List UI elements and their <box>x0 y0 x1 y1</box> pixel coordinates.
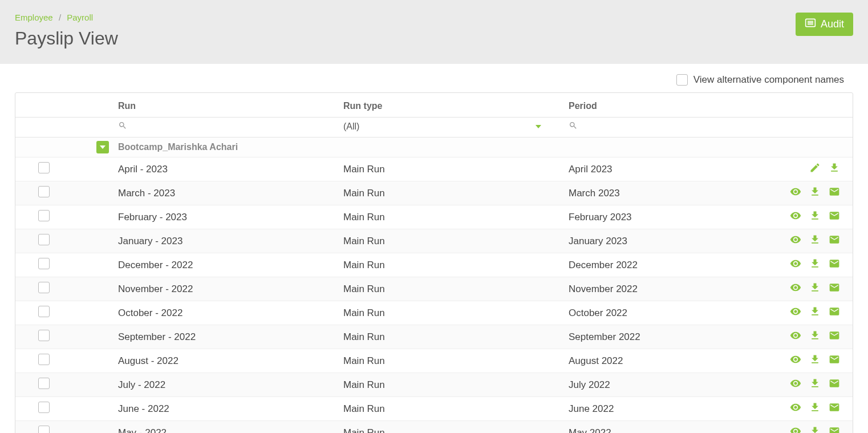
header-period[interactable]: Period <box>563 93 773 118</box>
group-name: Bootcamp_Marishka Achari <box>112 137 853 157</box>
header-run-type[interactable]: Run type <box>338 93 563 118</box>
download-icon[interactable] <box>809 378 821 389</box>
mail-icon[interactable] <box>829 306 840 317</box>
download-icon[interactable] <box>809 282 821 293</box>
options-row: View alternative component names <box>0 64 868 92</box>
run-type-cell: Main Run <box>338 373 563 397</box>
run-cell: August - 2022 <box>112 349 338 373</box>
mail-icon[interactable] <box>829 402 840 413</box>
actions-cell <box>773 253 853 277</box>
row-checkbox[interactable] <box>38 234 50 245</box>
view-icon[interactable] <box>790 210 801 221</box>
payslip-table-wrap: Run Run type Period (All) <box>15 92 853 433</box>
breadcrumb: Employee / Payroll <box>15 13 796 22</box>
table-row: December - 2022Main RunDecember 2022 <box>15 253 853 277</box>
table-row: April - 2023Main RunApril 2023 <box>15 157 853 181</box>
breadcrumb-employee[interactable]: Employee <box>15 13 53 22</box>
mail-icon[interactable] <box>829 330 840 341</box>
download-icon[interactable] <box>829 162 840 173</box>
row-checkbox[interactable] <box>38 354 50 365</box>
table-row: June - 2022Main RunJune 2022 <box>15 397 853 421</box>
download-icon[interactable] <box>809 186 821 197</box>
mail-icon[interactable] <box>829 234 840 245</box>
row-checkbox[interactable] <box>38 186 50 197</box>
download-icon[interactable] <box>809 234 821 245</box>
actions-cell <box>773 205 853 229</box>
header-actions <box>773 93 853 118</box>
run-cell: November - 2022 <box>112 277 338 301</box>
view-icon[interactable] <box>790 282 801 293</box>
actions-cell <box>773 325 853 349</box>
download-icon[interactable] <box>809 426 821 433</box>
breadcrumb-separator: / <box>59 13 61 22</box>
view-icon[interactable] <box>790 306 801 317</box>
mail-icon[interactable] <box>829 378 840 389</box>
table-row: November - 2022Main RunNovember 2022 <box>15 277 853 301</box>
row-checkbox[interactable] <box>38 378 50 389</box>
mail-icon[interactable] <box>829 258 840 269</box>
run-type-cell: Main Run <box>338 277 563 301</box>
view-icon[interactable] <box>790 258 801 269</box>
run-cell: January - 2023 <box>112 229 338 253</box>
row-checkbox[interactable] <box>38 210 50 221</box>
run-type-filter[interactable]: (All) <box>343 122 557 132</box>
list-icon <box>805 17 816 31</box>
view-icon[interactable] <box>790 402 801 413</box>
run-type-cell: Main Run <box>338 325 563 349</box>
actions-cell <box>773 397 853 421</box>
actions-cell <box>773 157 853 181</box>
period-cell: September 2022 <box>563 325 773 349</box>
period-cell: August 2022 <box>563 349 773 373</box>
view-alt-checkbox[interactable] <box>676 74 688 86</box>
period-cell: October 2022 <box>563 301 773 325</box>
view-icon[interactable] <box>790 426 801 433</box>
download-icon[interactable] <box>809 258 821 269</box>
row-checkbox[interactable] <box>38 306 50 317</box>
search-icon[interactable] <box>569 122 578 132</box>
download-icon[interactable] <box>809 330 821 341</box>
run-type-cell: Main Run <box>338 253 563 277</box>
row-checkbox[interactable] <box>38 162 50 173</box>
row-checkbox[interactable] <box>38 282 50 293</box>
period-cell: June 2022 <box>563 397 773 421</box>
chevron-down-icon <box>100 145 106 149</box>
table-row: February - 2023Main RunFebruary 2023 <box>15 205 853 229</box>
mail-icon[interactable] <box>829 354 840 365</box>
download-icon[interactable] <box>809 306 821 317</box>
row-checkbox[interactable] <box>38 258 50 269</box>
download-icon[interactable] <box>809 210 821 221</box>
header-run[interactable]: Run <box>112 93 338 118</box>
view-icon[interactable] <box>790 378 801 389</box>
view-icon[interactable] <box>790 330 801 341</box>
view-icon[interactable] <box>790 354 801 365</box>
view-icon[interactable] <box>790 186 801 197</box>
search-icon[interactable] <box>118 122 127 132</box>
row-checkbox[interactable] <box>38 426 50 433</box>
row-checkbox[interactable] <box>38 330 50 341</box>
mail-icon[interactable] <box>829 210 840 221</box>
period-cell: May 2022 <box>563 421 773 434</box>
mail-icon[interactable] <box>829 186 840 197</box>
header-select <box>15 93 112 118</box>
audit-button[interactable]: Audit <box>796 13 853 36</box>
table-row: March - 2023Main RunMarch 2023 <box>15 181 853 205</box>
view-icon[interactable] <box>790 234 801 245</box>
mail-icon[interactable] <box>829 426 840 433</box>
download-icon[interactable] <box>809 354 821 365</box>
run-cell: October - 2022 <box>112 301 338 325</box>
payslip-table: Run Run type Period (All) <box>15 93 853 433</box>
mail-icon[interactable] <box>829 282 840 293</box>
period-cell: November 2022 <box>563 277 773 301</box>
breadcrumb-payroll[interactable]: Payroll <box>67 13 93 22</box>
run-cell: May - 2022 <box>112 421 338 434</box>
edit-icon[interactable] <box>809 162 821 173</box>
chevron-down-icon <box>536 125 541 128</box>
run-type-cell: Main Run <box>338 205 563 229</box>
actions-cell <box>773 229 853 253</box>
period-cell: February 2023 <box>563 205 773 229</box>
view-alt-label[interactable]: View alternative component names <box>693 74 844 86</box>
row-checkbox[interactable] <box>38 402 50 413</box>
download-icon[interactable] <box>809 402 821 413</box>
collapse-button[interactable] <box>96 141 109 153</box>
run-type-cell: Main Run <box>338 301 563 325</box>
